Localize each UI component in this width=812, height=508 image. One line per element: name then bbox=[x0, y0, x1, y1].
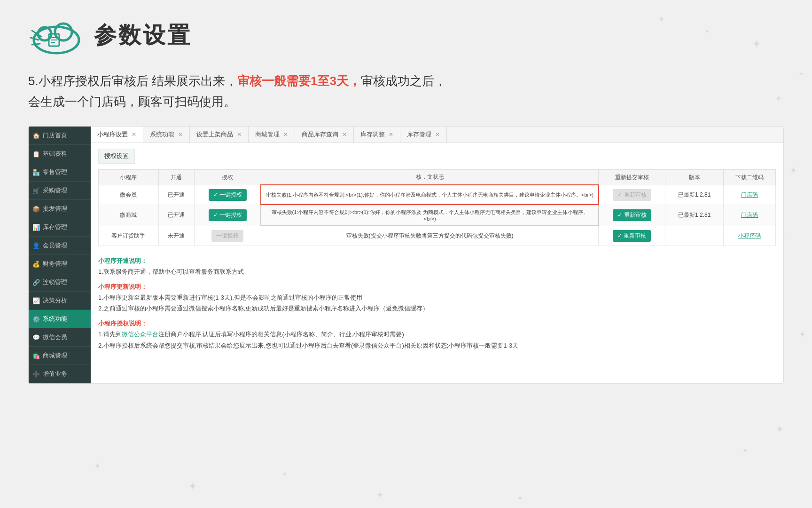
sidebar-label-wholesale: 批发管理 bbox=[43, 205, 67, 213]
wechat-platform-link[interactable]: 微信公众平台 bbox=[122, 331, 158, 338]
section-title: 授权设置 bbox=[98, 149, 135, 164]
qr-link-1[interactable]: 门店码 bbox=[741, 191, 758, 198]
app-window: 🏠 门店首页 📋 基础资料 🏪 零售管理 🛒 采购管理 📦 批发管理 📊 bbox=[28, 126, 784, 384]
content-area: 授权设置 小程序 开通 授权 核，文状态 重新提交审核 版本 bbox=[91, 143, 783, 383]
instruction-line1-suffix: 审核成功之后， bbox=[361, 74, 446, 88]
cell-review-3: 审核失败(提交小程序审核失败将第三方提交的代码包提交审核失败) bbox=[261, 226, 598, 246]
tab-inventory-adjust-label: 库存调整 bbox=[360, 130, 385, 139]
tab-miniapp-settings[interactable]: 小程序设置 ✕ bbox=[91, 127, 143, 143]
tab-mall-mgmt-close[interactable]: ✕ bbox=[283, 131, 288, 138]
tab-stock-query-close[interactable]: ✕ bbox=[342, 131, 347, 138]
logo-icon bbox=[28, 14, 85, 56]
cell-name-2: 微商城 bbox=[99, 205, 159, 226]
cell-open-1: 已开通 bbox=[158, 185, 194, 205]
cell-version-1: 已最新1.2.81 bbox=[665, 185, 724, 205]
resubmit-btn-2[interactable]: ✓ 重新审核 bbox=[613, 209, 651, 221]
sidebar-label-member: 会员管理 bbox=[43, 241, 67, 250]
tab-upload-goods-close[interactable]: ✕ bbox=[237, 131, 242, 138]
retail-icon: 🏪 bbox=[32, 168, 40, 176]
tab-inventory-mgmt[interactable]: 库存管理 ✕ bbox=[400, 127, 447, 143]
sidebar-label-mall: 商城管理 bbox=[43, 351, 67, 360]
cell-resubmit-3: ✓ 重新审核 bbox=[599, 226, 665, 246]
tab-miniapp-settings-close[interactable]: ✕ bbox=[132, 131, 136, 138]
sidebar-item-system[interactable]: ⚙️ 系统功能 bbox=[29, 310, 91, 328]
col-header-auth: 授权 bbox=[194, 170, 261, 185]
authorization-table: 小程序 开通 授权 核，文状态 重新提交审核 版本 下载二维码 bbox=[98, 169, 776, 246]
sidebar-item-mall[interactable]: 🛍️ 商城管理 bbox=[29, 347, 91, 365]
main-content: 小程序设置 ✕ 系统功能 ✕ 设置上架商品 ✕ 商城管理 ✕ 商品库存查询 bbox=[91, 127, 783, 383]
col-header-status: 开通 bbox=[158, 170, 194, 185]
sidebar-label-wechat: 微信会员 bbox=[43, 333, 67, 341]
sidebar-label-decision: 决策分析 bbox=[43, 296, 67, 305]
tab-system-function[interactable]: 系统功能 ✕ bbox=[143, 127, 190, 143]
tab-inventory-mgmt-label: 库存管理 bbox=[407, 130, 431, 139]
sidebar-item-purchase[interactable]: 🛒 采购管理 bbox=[29, 182, 91, 200]
sidebar-item-chain[interactable]: 🔗 连锁管理 bbox=[29, 273, 91, 292]
cell-name-1: 微会员 bbox=[99, 185, 159, 205]
tab-mall-mgmt[interactable]: 商城管理 ✕ bbox=[249, 127, 295, 143]
tab-inventory-adjust-close[interactable]: ✕ bbox=[389, 131, 393, 138]
cell-review-1: 审核失败(1:小程序内容不符合规则:<br>(1):你好，你的小程序涉及电商模式… bbox=[261, 185, 598, 205]
notes-open-item-1: 1.联系服务商开通，帮助中心可以查看服务商联系方式 bbox=[98, 266, 776, 277]
auth-btn-1[interactable]: ✓ 一键授权 bbox=[209, 189, 247, 201]
notes-section: 小程序开通说明： 1.联系服务商开通，帮助中心可以查看服务商联系方式 小程序更新… bbox=[98, 255, 776, 351]
sidebar-item-wholesale[interactable]: 📦 批发管理 bbox=[29, 200, 91, 218]
cell-review-2: 审核失败(1:小程序内容不符合规则:<br>(1):你好，你的小程序涉及 为商模… bbox=[261, 205, 598, 226]
instruction-text: 5.小程序授权后审核后 结果展示出来，审核一般需要1至3天，审核成功之后， 会生… bbox=[28, 71, 784, 112]
table-row: 微会员 已开通 ✓ 一键授权 审核失败(1:小程序内容不符合规则:<br>(1)… bbox=[99, 185, 776, 205]
qr-link-2[interactable]: 门店码 bbox=[741, 212, 758, 218]
tabs-bar: 小程序设置 ✕ 系统功能 ✕ 设置上架商品 ✕ 商城管理 ✕ 商品库存查询 bbox=[91, 127, 783, 143]
auth-btn-3: 一键授权 bbox=[211, 230, 243, 242]
notes-update-title: 小程序更新说明： bbox=[98, 281, 776, 292]
notes-update-item-2: 2.之前通过审核的小程序需要通过微信搜索小程序名称,更新成功后最好是重新搜索小程… bbox=[98, 303, 776, 314]
sidebar-label-chain: 连锁管理 bbox=[43, 278, 67, 286]
svg-point-2 bbox=[55, 24, 72, 40]
purchase-icon: 🛒 bbox=[32, 187, 40, 194]
sidebar-item-inventory[interactable]: 📊 库存管理 bbox=[29, 218, 91, 237]
notes-open-title: 小程序开通说明： bbox=[98, 255, 776, 266]
cell-resubmit-2: ✓ 重新审核 bbox=[599, 205, 665, 226]
col-header-version: 版本 bbox=[665, 170, 724, 185]
cell-open-3: 未开通 bbox=[158, 226, 194, 246]
wholesale-icon: 📦 bbox=[32, 205, 40, 213]
tab-system-function-close[interactable]: ✕ bbox=[178, 131, 183, 138]
sidebar-label-value-added: 增值业务 bbox=[43, 370, 67, 378]
resubmit-btn-1: ✓ 重新审核 bbox=[613, 189, 651, 201]
tab-stock-query[interactable]: 商品库存查询 ✕ bbox=[295, 127, 354, 143]
sidebar-item-retail[interactable]: 🏪 零售管理 bbox=[29, 163, 91, 182]
sidebar-label-system: 系统功能 bbox=[43, 315, 67, 323]
notes-auth-title: 小程序授权说明： bbox=[98, 318, 776, 329]
tab-miniapp-settings-label: 小程序设置 bbox=[97, 130, 128, 139]
tab-inventory-adjust[interactable]: 库存调整 ✕ bbox=[354, 127, 400, 143]
resubmit-btn-3[interactable]: ✓ 重新审核 bbox=[613, 230, 651, 242]
sidebar-label-finance: 财务管理 bbox=[43, 260, 67, 268]
qr-link-3[interactable]: 小程序码 bbox=[738, 232, 761, 239]
tab-inventory-mgmt-close[interactable]: ✕ bbox=[435, 131, 440, 138]
sidebar-item-value-added[interactable]: ➕ 增值业务 bbox=[29, 365, 91, 383]
cell-version-2: 已最新1.2.81 bbox=[665, 205, 724, 226]
sidebar-item-basic-info[interactable]: 📋 基础资料 bbox=[29, 145, 91, 163]
inventory-icon: 📊 bbox=[32, 223, 40, 231]
cell-resubmit-1: ✓ 重新审核 bbox=[599, 185, 665, 205]
auth-btn-2[interactable]: ✓ 一键授权 bbox=[209, 209, 247, 221]
table-scroll-container: 小程序 开通 授权 核，文状态 重新提交审核 版本 下载二维码 bbox=[98, 169, 776, 252]
tab-stock-query-label: 商品库存查询 bbox=[302, 130, 338, 139]
page-title: 参数设置 bbox=[94, 20, 192, 50]
notes-auth-item-2: 2.小程序授权后系统会帮您提交审核,审核结果会给您展示出来,您也可以通过小程序后… bbox=[98, 340, 776, 351]
instruction-highlight: 审核一般需要1至3天， bbox=[237, 74, 361, 88]
col-header-review: 核，文状态 bbox=[261, 170, 598, 185]
sidebar: 🏠 门店首页 📋 基础资料 🏪 零售管理 🛒 采购管理 📦 批发管理 📊 bbox=[29, 127, 91, 383]
col-header-qr: 下载二维码 bbox=[724, 170, 776, 185]
notes-update-item-1: 1.小程序更新至最新版本需要重新进行审核(1-3天),但是不会影响之前通过审核的… bbox=[98, 292, 776, 303]
sidebar-item-decision[interactable]: 📈 决策分析 bbox=[29, 292, 91, 310]
sidebar-item-wechat[interactable]: 💬 微信会员 bbox=[29, 328, 91, 347]
sidebar-item-member[interactable]: 👤 会员管理 bbox=[29, 237, 91, 255]
sidebar-item-store-home[interactable]: 🏠 门店首页 bbox=[29, 127, 91, 145]
sidebar-item-finance[interactable]: 💰 财务管理 bbox=[29, 255, 91, 273]
cell-auth-1: ✓ 一键授权 bbox=[194, 185, 261, 205]
cell-name-3: 客户订货助手 bbox=[99, 226, 159, 246]
store-home-icon: 🏠 bbox=[32, 132, 40, 139]
sidebar-label-store-home: 门店首页 bbox=[43, 131, 67, 140]
col-header-resubmit: 重新提交审核 bbox=[599, 170, 665, 185]
tab-upload-goods[interactable]: 设置上架商品 ✕ bbox=[190, 127, 249, 143]
